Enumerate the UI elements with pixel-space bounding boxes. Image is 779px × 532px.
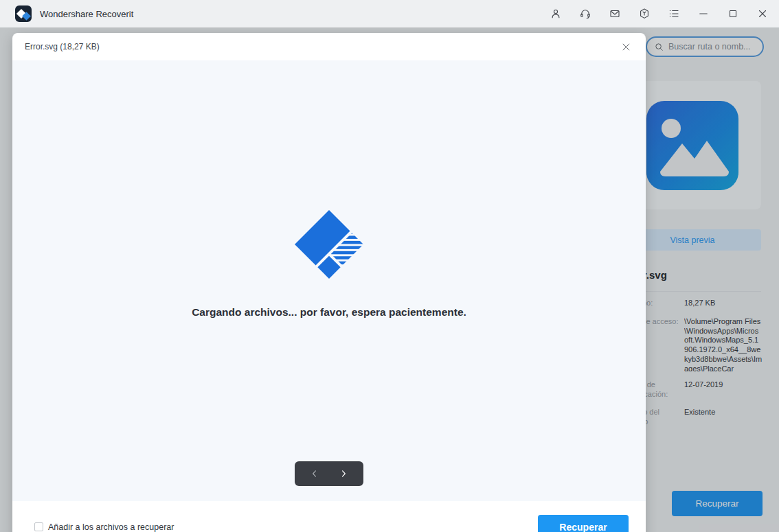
previous-file-icon[interactable] [308, 467, 321, 481]
product-box-icon[interactable] [637, 7, 651, 21]
dialog-close-icon[interactable] [618, 39, 633, 54]
add-to-recover-checkbox-row[interactable]: Añadir a los archivos a recuperar [34, 522, 174, 532]
dialog-header: Error.svg (18,27 KB) [12, 33, 646, 60]
menu-list-icon[interactable] [667, 7, 681, 21]
checkbox-label: Añadir a los archivos a recuperar [48, 522, 174, 532]
recoverit-logo [293, 208, 365, 284]
maximize-icon[interactable] [726, 7, 740, 21]
app-title: Wondershare Recoverit [40, 9, 133, 19]
minimize-icon[interactable] [697, 7, 710, 21]
dialog-footer: Añadir a los archivos a recuperar Recupe… [12, 501, 646, 532]
support-headset-icon[interactable] [578, 7, 592, 21]
checkbox[interactable] [34, 522, 43, 531]
account-icon[interactable] [549, 7, 563, 21]
dialog-recover-button[interactable]: Recuperar [538, 515, 629, 532]
main-content: Vista previa Error.svg Tamaño: 18,27 KB … [0, 27, 779, 532]
loading-message: Cargando archivos... por favor, espera p… [12, 306, 646, 319]
preview-dialog: Error.svg (18,27 KB) [12, 33, 646, 532]
preview-navigation [295, 461, 363, 486]
titlebar: Wondershare Recoverit [0, 0, 779, 27]
close-window-icon[interactable] [756, 7, 769, 21]
app-logo-icon [15, 5, 32, 22]
next-file-icon[interactable] [337, 467, 350, 481]
dialog-title: Error.svg (18,27 KB) [25, 42, 100, 51]
dialog-body: Cargando archivos... por favor, espera p… [12, 60, 646, 501]
mail-icon[interactable] [608, 7, 622, 21]
